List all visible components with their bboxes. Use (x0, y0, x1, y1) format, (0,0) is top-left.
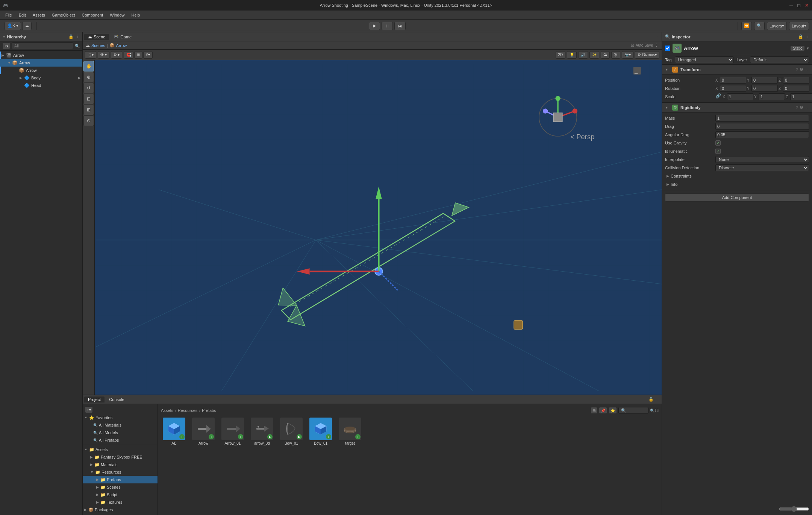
hierarchy-add-button[interactable]: +▾ (2, 43, 10, 49)
proj-all-prefabs[interactable]: 🔍 All Prefabs (83, 436, 158, 444)
asset-arrow[interactable]: + Arrow (190, 416, 217, 447)
breadcrumb-more[interactable]: ⋮ (654, 43, 659, 48)
rigidbody-more-icon[interactable]: ⋮ (805, 105, 809, 110)
static-dropdown-icon[interactable]: ▾ (807, 46, 809, 51)
menu-edit[interactable]: Edit (16, 12, 29, 18)
rotation-x-input[interactable] (720, 85, 746, 92)
scale-y-input[interactable] (759, 93, 785, 100)
tree-item-body[interactable]: ▶ 🔷 Body ▶ (0, 74, 82, 82)
tab-game[interactable]: 🎮 Game (110, 33, 135, 40)
rigidbody-settings-icon[interactable]: ⚙ (800, 105, 803, 110)
grid-button[interactable]: #▾ (143, 51, 153, 59)
breadcrumb-scenes[interactable]: Scenes (91, 43, 105, 48)
assets-pin-button[interactable]: 📌 (599, 407, 607, 414)
proj-prefabs-folder[interactable]: ▶ 📁 Prefabs (83, 476, 158, 483)
info-row[interactable]: ▶ Info (665, 180, 809, 188)
mass-input[interactable] (715, 115, 809, 122)
rotate-tool[interactable]: ↺ (83, 83, 94, 93)
menu-component[interactable]: Component (79, 12, 106, 18)
tree-item-scene[interactable]: ▶ 🎬 Arrow (0, 52, 82, 59)
inspector-lock-icon[interactable]: 🔒 (798, 34, 803, 39)
menu-assets[interactable]: Assets (30, 12, 48, 18)
gizmo-button[interactable]: ⚙▾ (111, 51, 122, 59)
menu-help[interactable]: Help (128, 12, 143, 18)
inspector-more-icon[interactable]: ⋮ (805, 34, 809, 39)
menu-gameobject[interactable]: GameObject (49, 12, 78, 18)
account-button[interactable]: 👤 K ▾ (5, 22, 21, 30)
asset-arrow01[interactable]: + Arrow_01 (220, 416, 246, 447)
position-z-input[interactable] (783, 77, 809, 84)
tab-console[interactable]: Console (105, 397, 128, 403)
constraints-row[interactable]: ▶ Constraints (665, 172, 809, 180)
collision-select[interactable]: Discrete Continuous Continuous Dynamic C… (715, 164, 809, 171)
history-button[interactable]: ⏪ (741, 22, 752, 30)
maximize-button[interactable]: □ (797, 3, 800, 8)
hierarchy-lock-icon[interactable]: 🔒 (68, 34, 74, 39)
bottom-lock-icon[interactable]: 🔒 (648, 397, 654, 402)
project-add-button[interactable]: +▾ (85, 406, 93, 413)
scene-more-icon[interactable]: ⋮ (656, 34, 660, 39)
tree-item-arrow-child[interactable]: 📦 Arrow (0, 67, 82, 74)
proj-resources[interactable]: ▼ 📁 Resources (83, 468, 158, 476)
proj-script[interactable]: ▶ 📁 Script (83, 491, 158, 498)
position-y-input[interactable] (751, 77, 778, 84)
lighting-button[interactable]: 💡 (567, 51, 577, 59)
scene-display-button[interactable]: 👁▾ (98, 51, 109, 59)
cloud-button[interactable]: ☁ (22, 22, 32, 30)
proj-materials[interactable]: ▶ 📁 Materials (83, 461, 158, 468)
transform-more-icon[interactable]: ⋮ (805, 67, 809, 72)
align-button[interactable]: ⊞ (134, 51, 142, 59)
angular-drag-input[interactable] (715, 131, 809, 138)
camera-button[interactable]: 📷▾ (622, 51, 633, 59)
asset-bow01-a[interactable]: ▶ Bow_01 (278, 416, 304, 447)
proj-textures[interactable]: ▶ 📁 Textures (83, 498, 158, 506)
menu-file[interactable]: File (2, 12, 15, 18)
layer-select[interactable]: Default (750, 56, 809, 63)
transform-settings-icon[interactable]: ⚙ (800, 67, 803, 72)
hierarchy-search-input[interactable] (12, 43, 73, 49)
audio-button[interactable]: 🔊 (578, 51, 588, 59)
rotation-z-input[interactable] (783, 85, 809, 92)
asset-bow01-b[interactable]: + Bow_01 (308, 416, 334, 447)
scale-z-input[interactable] (790, 93, 812, 100)
scale-tool[interactable]: ⊡ (83, 94, 94, 104)
position-x-input[interactable] (720, 77, 746, 84)
minimize-button[interactable]: ─ (789, 3, 793, 8)
menu-window[interactable]: Window (107, 12, 127, 18)
step-button[interactable]: ⏭ (394, 22, 406, 30)
rect-tool[interactable]: ⊞ (83, 105, 94, 115)
fx-button[interactable]: ✨ (589, 51, 599, 59)
asset-arrow3d[interactable]: ▶ arrow_3d (249, 416, 275, 447)
proj-assets[interactable]: ▼ 📁 Assets (83, 446, 158, 453)
hierarchy-more-icon[interactable]: ⋮ (75, 34, 79, 39)
play-button[interactable]: ▶ (369, 22, 380, 30)
layout-button[interactable]: Layout ▾ (789, 22, 809, 30)
layers-button[interactable]: Layers ▾ (767, 22, 787, 30)
bottom-more-icon[interactable]: ⋮ (656, 397, 660, 402)
shading-button[interactable]: ⬚▾ (85, 51, 96, 59)
proj-all-materials[interactable]: 🔍 All Materials (83, 421, 158, 429)
close-button[interactable]: ✕ (805, 3, 809, 8)
fog-button[interactable]: 🌫 (611, 51, 620, 59)
transform-tool[interactable]: ⊙ (83, 115, 94, 126)
tab-project[interactable]: Project (84, 397, 105, 403)
search-button[interactable]: 🔍 (754, 22, 765, 30)
rigidbody-help-icon[interactable]: ? (796, 105, 798, 110)
proj-all-models[interactable]: 🔍 All Models (83, 429, 158, 436)
hand-tool[interactable]: ✋ (83, 61, 94, 71)
proj-favorites[interactable]: ▼ ⭐ Favorites (83, 414, 158, 421)
interpolate-select[interactable]: None Interpolate Extrapolate (715, 156, 809, 163)
titlebar-controls[interactable]: ─ □ ✕ (789, 3, 809, 8)
assets-star-button[interactable]: ⭐ (609, 407, 617, 414)
move-tool[interactable]: ⊕ (83, 72, 94, 82)
assets-icons-button[interactable]: ⊞ (591, 407, 597, 414)
pause-button[interactable]: ⏸ (382, 22, 393, 30)
is-kinematic-checkbox[interactable] (715, 149, 721, 154)
transform-header[interactable]: ▼ ⤢ Transform ? ⚙ ⋮ (662, 65, 812, 74)
rotation-y-input[interactable] (751, 85, 778, 92)
tab-scene[interactable]: ⛰ Scene (84, 34, 109, 40)
gizmos-button[interactable]: ⚙ Gizmos▾ (635, 51, 659, 59)
scene-viewport[interactable]: ✋ ⊕ ↺ ⊡ ⊞ ⊙ (83, 60, 662, 395)
breadcrumb-arrow[interactable]: Arrow (116, 43, 127, 48)
scale-x-input[interactable] (727, 93, 753, 100)
